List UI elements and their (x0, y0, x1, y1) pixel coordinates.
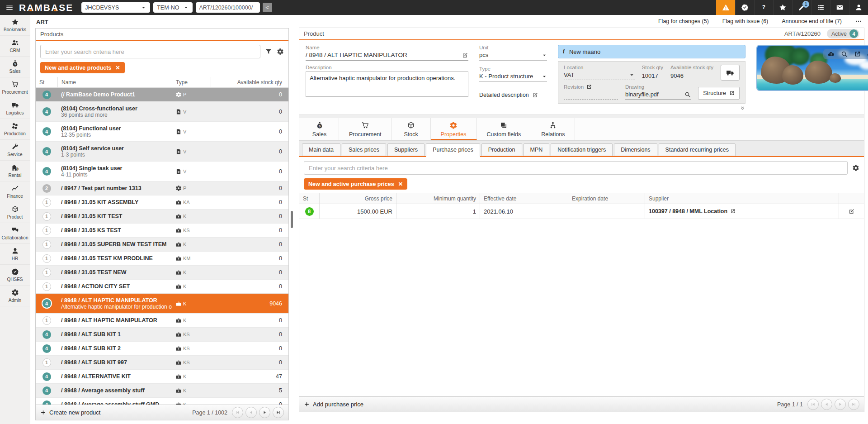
menu-list-button[interactable] (811, 0, 830, 15)
product-row[interactable]: 4(8104) Self service user1-3 pointsV0 (36, 142, 288, 162)
zoom-image-icon[interactable] (841, 51, 848, 57)
favorites-button[interactable] (773, 0, 792, 15)
drawing-value[interactable]: binaryfile.pdf (625, 91, 659, 98)
flag-action-announce-end-of-life[interactable]: Announce end of life (7) (782, 18, 842, 24)
products-filter-chip[interactable]: New and active products ✕ (40, 62, 125, 73)
create-new-product-button[interactable]: Create new product (40, 409, 100, 416)
filter-icon[interactable] (265, 48, 272, 55)
tab-procurement[interactable]: Procurement (339, 118, 392, 140)
doc-type-select[interactable]: TEM-NO (153, 2, 192, 13)
description-textarea[interactable]: Alternative haptic manipulator for produ… (306, 71, 468, 97)
product-row[interactable]: 1/ 8948 / ALT HAPTIC MANIPULATORK0 (36, 314, 288, 328)
sidebar-item-service[interactable]: Service (0, 140, 30, 161)
product-row[interactable]: 1/ 8948 / ACTION CITY SETK0 (36, 280, 288, 294)
sidebar-item-sales[interactable]: $Sales (0, 57, 30, 77)
subtab-sales-prices[interactable]: Sales prices (342, 143, 386, 156)
sidebar-item-hr[interactable]: HR (0, 244, 30, 265)
name-value[interactable]: / 8948 / ALT HAPTIC MANIPULATOR (306, 52, 407, 58)
tab-relations[interactable]: Relations (531, 118, 575, 140)
info-banner[interactable]: i New maano (558, 45, 745, 58)
detailed-description-link[interactable]: Detailed description (479, 92, 538, 98)
sidebar-item-admin[interactable]: Admin (0, 286, 30, 306)
magnifier-icon[interactable] (684, 91, 691, 98)
drafts-button[interactable]: 1 (792, 0, 811, 15)
sidebar-item-product[interactable]: Product (0, 202, 30, 223)
product-row[interactable]: 4/ 8948 / ALT SUB KIT 1KS0 (36, 328, 288, 342)
back-button[interactable]: < (263, 3, 272, 12)
product-row[interactable]: 1/ 8948 / 31.05 TEST KM PRODLINEKM0 (36, 252, 288, 266)
sidebar-item-bookmarks[interactable]: Bookmarks (0, 15, 30, 36)
product-row[interactable]: 4(8104) Single task user4-11 pointsV0 (36, 162, 288, 181)
product-row[interactable]: 1/ 8948 / ALT SUB KIT 997KS0 (36, 356, 288, 370)
more-actions-icon[interactable] (855, 18, 862, 24)
upload-image-icon[interactable] (828, 51, 835, 57)
panel-scrollbar[interactable] (289, 15, 294, 424)
product-row[interactable]: 1/ 8948 / 31.05 TEST NEWK0 (36, 266, 288, 280)
products-search-input[interactable] (40, 45, 260, 58)
subtab-purchase-prices[interactable]: Purchase prices (426, 143, 480, 157)
open-image-icon[interactable] (854, 51, 861, 57)
sidebar-item-qhses[interactable]: QHSES (0, 265, 30, 286)
sidebar-item-production[interactable]: Production (0, 119, 30, 140)
flag-action-flag-with-issue[interactable]: Flag with issue (6) (722, 18, 768, 24)
sidebar-item-logistics[interactable]: Logistics (0, 98, 30, 119)
subtab-main-data[interactable]: Main data (302, 143, 340, 156)
messages-button[interactable] (830, 0, 849, 15)
subtab-standard-recurring-prices[interactable]: Standard recurring prices (659, 143, 736, 156)
product-row[interactable]: 1/ 8948 / 31.05 KIT ASSEMBLYKA0 (36, 195, 288, 210)
subtab-dimensions[interactable]: Dimensions (614, 143, 657, 156)
search-settings-icon[interactable] (277, 48, 284, 55)
subtab-notification-triggers[interactable]: Notification triggers (551, 143, 613, 156)
external-link-icon[interactable] (586, 84, 592, 90)
product-row[interactable]: 4/ 8948 / Average assembly stuff GMDK0 (36, 398, 288, 405)
sidebar-item-rental[interactable]: $Rental (0, 161, 30, 181)
unit-select[interactable]: pcs (479, 52, 547, 61)
sidebar-item-crm[interactable]: CRM (0, 36, 30, 57)
product-image[interactable] (756, 45, 868, 91)
subtab-suppliers[interactable]: Suppliers (387, 143, 425, 156)
document-locator-input[interactable] (196, 2, 260, 13)
product-row[interactable]: 4(8104) Cross-functional user36 points a… (36, 102, 288, 122)
tab-sales[interactable]: $Sales (300, 118, 339, 140)
product-row[interactable]: 4(8104) Functional user12-35 pointsV0 (36, 122, 288, 142)
sidebar-item-procurement[interactable]: Procurement (0, 77, 30, 98)
purchase-price-row[interactable]: 8 1500.00 EUR 1 2021.06.10 100397 / 8948… (299, 204, 864, 219)
product-row[interactable]: 1/ 8948 / 31.05 KS TESTKS0 (36, 224, 288, 238)
product-row[interactable]: 4/ 8948 / ALT HAPTIC MANIPULATORAlternat… (36, 294, 288, 314)
product-row[interactable]: 4(/ RamBase Demo Product1P0 (36, 88, 288, 102)
expand-section-icon[interactable] (740, 105, 745, 111)
status-badge[interactable]: Active 4 (827, 29, 859, 38)
sidebar-item-finance[interactable]: Finance (0, 181, 30, 202)
help-button[interactable]: ? (754, 0, 773, 15)
edit-purchase-price-icon[interactable] (849, 208, 855, 214)
purchase-filter-chip[interactable]: New and active purchase prices ✕ (304, 178, 407, 190)
product-row[interactable]: 4/ 8948 / Average assembly stuffK5 (36, 384, 288, 398)
tab-properties[interactable]: Properties (431, 118, 477, 140)
revision-field[interactable] (564, 91, 618, 100)
goods-reception-button[interactable] (721, 65, 740, 81)
purchase-search-settings-icon[interactable] (852, 164, 859, 172)
last-page-button[interactable] (273, 407, 284, 418)
product-row[interactable]: 4/ 8948 / ALTERNATIVE KITK47 (36, 370, 288, 384)
product-row[interactable]: 2/ 8947 / Test part number 1313P0 (36, 181, 288, 195)
edit-name-icon[interactable] (462, 52, 468, 58)
system-select[interactable]: JHCDEVSYS (81, 2, 150, 13)
supplier-value[interactable]: 100397 / 8948 / MML Location (649, 208, 727, 214)
location-select[interactable]: VAT (564, 71, 635, 80)
tab-custom-fields[interactable]: Custom fields (477, 118, 532, 140)
flag-action-flag-for-changes[interactable]: Flag for changes (5) (658, 18, 709, 24)
subtab-production[interactable]: Production (481, 143, 522, 156)
external-link-icon[interactable] (730, 209, 736, 214)
tab-stock[interactable]: Stock (392, 118, 431, 140)
next-page-button[interactable] (259, 407, 270, 418)
purchase-prices-search-input[interactable] (304, 161, 848, 175)
scrollbar-handle[interactable] (291, 211, 293, 228)
product-row[interactable]: 1/ 8948 / 31.05 KIT TESTK0 (36, 210, 288, 224)
app-logo[interactable]: RAMBASE (19, 2, 73, 13)
account-button[interactable] (849, 0, 868, 15)
product-row[interactable]: 4/ 8948 / ALT SUB KIT 2KS0 (36, 342, 288, 356)
type-select[interactable]: K - Product structure (479, 73, 547, 82)
remove-filter-icon[interactable]: ✕ (398, 181, 403, 187)
remove-filter-icon[interactable]: ✕ (115, 64, 120, 71)
menu-icon[interactable] (0, 4, 19, 12)
